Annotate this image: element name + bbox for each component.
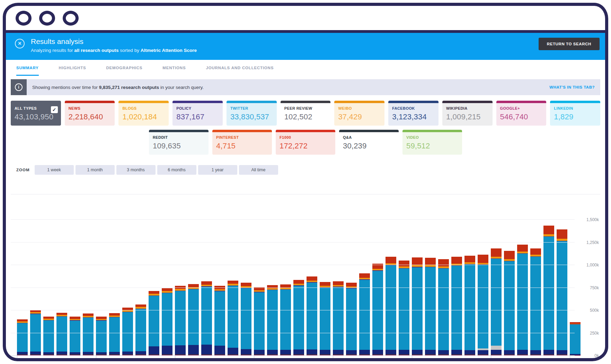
bar-segment-twitter (267, 290, 278, 350)
zoom-1-week-button[interactable]: 1 week (35, 165, 74, 175)
type-card-blogs[interactable]: BLOGS1,020,184 (118, 101, 169, 126)
stacked-bar-18[interactable] (241, 283, 251, 356)
bar-segment-facebook (399, 350, 409, 354)
stacked-bar-26[interactable] (346, 283, 357, 356)
stacked-bar-19[interactable] (254, 287, 265, 356)
type-card-reddit[interactable]: REDDIT109,635 (149, 130, 209, 155)
stacked-bar-25[interactable] (333, 281, 344, 356)
bar-segment-news (451, 257, 462, 264)
x-axis-tick (254, 356, 254, 359)
type-card-label: F1000 (280, 135, 331, 139)
stacked-bar-31[interactable] (412, 257, 423, 356)
bar-segment-wikipedia (491, 346, 502, 350)
bar-segment-facebook (320, 350, 330, 354)
bar-segment-facebook (557, 350, 567, 355)
type-card-value: 2,218,640 (69, 112, 111, 121)
stacked-bar-35[interactable] (464, 256, 475, 356)
window-dot-icon (16, 11, 32, 26)
stacked-bar-29[interactable] (386, 257, 396, 356)
stacked-bar-14[interactable] (188, 284, 199, 356)
type-card-linkedin[interactable]: LINKEDIN1,829 (550, 101, 600, 126)
stacked-bar-24[interactable] (320, 282, 330, 356)
bar-segment-twitter (530, 257, 541, 350)
type-card-peer-review[interactable]: PEER REVIEW102,502 (281, 101, 331, 126)
type-card-weibo[interactable]: WEIBO37,429 (334, 101, 384, 126)
bar-segment-twitter (70, 321, 80, 352)
tab-summary[interactable]: SUMMARY (16, 60, 39, 76)
stacked-bar-9[interactable] (122, 308, 133, 356)
tab-demographics[interactable]: DEMOGRAPHICS (106, 60, 143, 76)
stacked-bar-21[interactable] (280, 284, 291, 356)
stacked-bar-1[interactable] (17, 319, 28, 356)
stacked-bar-8[interactable] (109, 313, 120, 356)
type-card-twitter[interactable]: TWITTER33,830,537 (227, 101, 277, 126)
stacked-bar-12[interactable] (162, 288, 172, 356)
stacked-bar-6[interactable] (83, 313, 94, 356)
stacked-bar-23[interactable] (307, 276, 317, 356)
tab-highlights[interactable]: HIGHLIGHTS (59, 60, 86, 76)
stacked-bar-7[interactable] (96, 317, 107, 356)
stacked-bar-20[interactable] (267, 285, 278, 356)
all-types-checkbox[interactable]: ✓ (51, 106, 58, 113)
stacked-bar-3[interactable] (43, 317, 54, 356)
bar-segment-twitter (149, 296, 159, 346)
whats-in-this-tab-link[interactable]: WHAT'S IN THIS TAB? (549, 85, 595, 89)
bar-segment-twitter (175, 291, 186, 345)
stacked-bar-22[interactable] (293, 280, 304, 356)
stacked-bar-10[interactable] (135, 304, 146, 356)
zoom-1-month-button[interactable]: 1 month (76, 165, 115, 175)
zoom-label: ZOOM (16, 168, 30, 172)
type-card-all-types[interactable]: ALL TYPES43,103,950✓ (11, 101, 61, 126)
type-card-label: PINTEREST (216, 135, 268, 139)
bar-segment-news (228, 281, 238, 284)
tab-journals-and-collections[interactable]: JOURNALS AND COLLECTIONS (206, 60, 274, 76)
stacked-bar-11[interactable] (149, 291, 159, 356)
stacked-bar-39[interactable] (517, 245, 528, 356)
type-card-google-plus[interactable]: GOOGLE+546,740 (496, 101, 547, 126)
zoom-3-months-button[interactable]: 3 months (116, 165, 156, 175)
type-card-policy[interactable]: POLICY837,167 (172, 101, 223, 126)
stacked-bar-33[interactable] (438, 259, 449, 356)
window-dot-icon (63, 11, 79, 26)
type-card-f1000[interactable]: F1000172,272 (276, 130, 335, 155)
type-card-facebook[interactable]: FACEBOOK3,123,334 (388, 101, 439, 126)
gridline (11, 288, 575, 288)
type-cards-row1: ALL TYPES43,103,950✓NEWS2,218,640BLOGS1,… (11, 101, 600, 126)
stacked-bar-36[interactable] (478, 255, 488, 356)
stacked-bar-13[interactable] (175, 286, 186, 356)
type-card-video[interactable]: VIDEO59,512 (402, 130, 462, 155)
bar-segment-twitter (56, 317, 67, 352)
stacked-bar-17[interactable] (228, 281, 238, 356)
bar-segment-twitter (333, 287, 344, 350)
stacked-bar-27[interactable] (359, 273, 370, 356)
bar-segment-news (504, 251, 515, 259)
type-card-pinterest[interactable]: PINTEREST4,715 (212, 130, 272, 155)
close-icon[interactable]: ✕ (15, 39, 25, 48)
type-card-label: WIKIPEDIA (446, 106, 489, 110)
stacked-bar-5[interactable] (70, 317, 80, 356)
bar-segment-facebook (346, 350, 357, 355)
type-card-news[interactable]: NEWS2,218,640 (65, 101, 115, 126)
stacked-bar-34[interactable] (451, 257, 462, 356)
page-subtitle: Analyzing results for all research outpu… (31, 48, 605, 53)
stacked-bar-32[interactable] (425, 258, 436, 356)
tab-mentions[interactable]: MENTIONS (162, 60, 186, 76)
type-card-value: 102,502 (284, 112, 327, 121)
type-card-wikipedia[interactable]: WIKIPEDIA1,009,215 (442, 101, 493, 126)
stacked-bar-43[interactable] (570, 322, 581, 356)
type-card-qa[interactable]: Q&A30,239 (339, 130, 399, 155)
stacked-bar-4[interactable] (56, 313, 67, 356)
return-to-search-button[interactable]: RETURN TO SEARCH (539, 38, 600, 50)
stacked-bar-42[interactable] (557, 229, 567, 356)
stacked-bar-38[interactable] (504, 251, 515, 356)
stacked-bar-16[interactable] (214, 286, 225, 356)
type-card-label: LINKEDIN (554, 106, 596, 110)
stacked-bar-30[interactable] (399, 261, 409, 356)
gridline (11, 219, 575, 220)
zoom-all-time-button[interactable]: All time (239, 165, 278, 175)
zoom-1-year-button[interactable]: 1 year (198, 165, 237, 175)
subtitle-middle: sorted by (119, 48, 141, 53)
stacked-bar-15[interactable] (201, 281, 212, 356)
stacked-bar-41[interactable] (543, 226, 554, 356)
zoom-6-months-button[interactable]: 6 months (157, 165, 196, 175)
